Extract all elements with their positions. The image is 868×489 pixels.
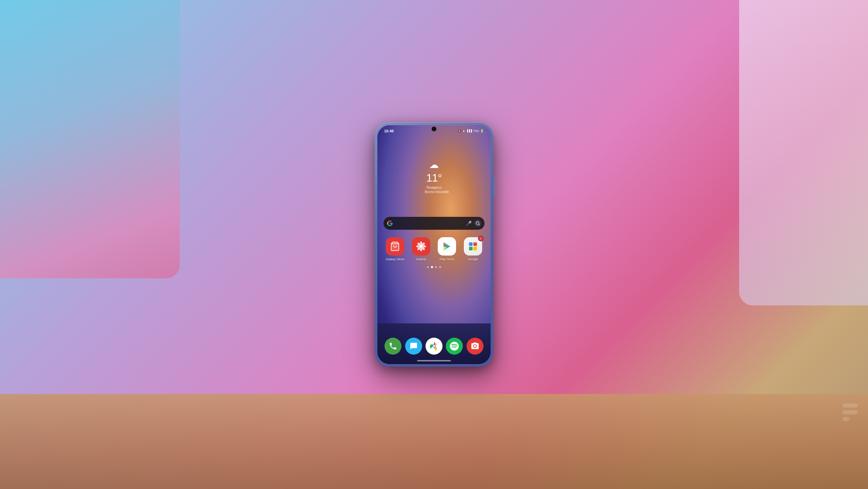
weather-icon: ☁ bbox=[419, 159, 449, 170]
dock-item-camera[interactable] bbox=[466, 338, 485, 355]
chrome-icon[interactable] bbox=[426, 338, 442, 355]
galerie-label: Galerie bbox=[416, 257, 426, 261]
search-bar[interactable]: 🎤 bbox=[383, 217, 485, 230]
page-dot-2[interactable] bbox=[431, 266, 433, 268]
lens-icon[interactable] bbox=[474, 220, 481, 227]
google-badge: 1 bbox=[478, 236, 484, 241]
svg-point-11 bbox=[419, 245, 422, 248]
mic-icon[interactable]: 🎤 bbox=[466, 221, 472, 226]
dex-btn-1 bbox=[843, 403, 858, 408]
play-store-icon[interactable] bbox=[438, 237, 456, 256]
home-indicator[interactable] bbox=[417, 360, 451, 361]
app-item-galerie[interactable]: Galerie bbox=[410, 237, 433, 261]
side-button[interactable] bbox=[493, 177, 495, 197]
dock-item-phone[interactable] bbox=[383, 338, 402, 355]
play-store-label: Play Store bbox=[439, 257, 454, 261]
svg-line-1 bbox=[479, 224, 480, 225]
dock-item-chrome[interactable] bbox=[425, 338, 443, 355]
svg-point-18 bbox=[433, 345, 435, 347]
google-logo-icon bbox=[387, 220, 393, 226]
phone-call-icon[interactable] bbox=[384, 338, 401, 355]
phone-container: 16:48 🔇 ▲ ▐▐▐ 73% 🔋 ☁ 11° Nuageux 📍 bbox=[375, 123, 493, 367]
weather-widget: ☁ 11° Nuageux 📍 Bonne-Nouvelle bbox=[419, 159, 449, 194]
left-panel bbox=[0, 0, 180, 278]
dock bbox=[383, 338, 485, 355]
app-item-play-store[interactable]: Play Store bbox=[435, 237, 459, 261]
page-dot-4[interactable] bbox=[439, 266, 441, 268]
galaxy-store-icon[interactable] bbox=[386, 237, 404, 256]
svg-rect-15 bbox=[473, 247, 477, 250]
mute-icon: 🔇 bbox=[458, 129, 461, 133]
status-time: 16:48 bbox=[384, 129, 394, 133]
svg-rect-14 bbox=[469, 247, 473, 250]
dex-btn-3 bbox=[843, 417, 849, 421]
weather-location: 📍 Bonne-Nouvelle bbox=[419, 190, 449, 194]
dex-btn-2 bbox=[843, 410, 858, 414]
camera-icon[interactable] bbox=[467, 338, 484, 355]
svg-rect-13 bbox=[473, 242, 477, 246]
dock-item-spotify[interactable] bbox=[445, 338, 464, 355]
spotify-icon[interactable] bbox=[446, 338, 463, 355]
table-surface bbox=[0, 394, 868, 489]
google-icon[interactable]: 1 bbox=[464, 237, 482, 256]
battery-label: 73% bbox=[473, 129, 479, 133]
right-panel bbox=[739, 0, 868, 305]
battery-icon: 🔋 bbox=[480, 129, 484, 133]
front-camera bbox=[432, 127, 436, 131]
page-dot-1[interactable] bbox=[427, 266, 429, 268]
wifi-icon: ▲ bbox=[462, 129, 465, 132]
page-dots bbox=[427, 266, 441, 268]
app-item-galaxy-store[interactable]: Galaxy Store bbox=[383, 237, 407, 261]
phone-screen: 16:48 🔇 ▲ ▐▐▐ 73% 🔋 ☁ 11° Nuageux 📍 bbox=[377, 125, 491, 364]
dock-item-messages[interactable] bbox=[404, 338, 423, 355]
status-icons: 🔇 ▲ ▐▐▐ 73% 🔋 bbox=[458, 129, 484, 133]
messages-icon[interactable] bbox=[405, 338, 422, 355]
google-label: Google bbox=[468, 257, 478, 261]
phone-body: 16:48 🔇 ▲ ▐▐▐ 73% 🔋 ☁ 11° Nuageux 📍 bbox=[375, 123, 493, 367]
dex-area bbox=[843, 403, 858, 421]
location-pin-icon: 📍 bbox=[419, 190, 423, 194]
galaxy-store-label: Galaxy Store bbox=[386, 257, 405, 261]
weather-condition: Nuageux bbox=[419, 185, 449, 189]
app-grid: Galaxy Store bbox=[383, 237, 485, 261]
page-dot-3[interactable] bbox=[435, 266, 437, 268]
weather-temperature: 11° bbox=[419, 172, 449, 184]
svg-rect-12 bbox=[469, 242, 473, 246]
galerie-icon[interactable] bbox=[412, 237, 430, 256]
app-item-google[interactable]: 1 Google bbox=[461, 237, 485, 261]
signal-icon: ▐▐▐ bbox=[466, 129, 472, 132]
